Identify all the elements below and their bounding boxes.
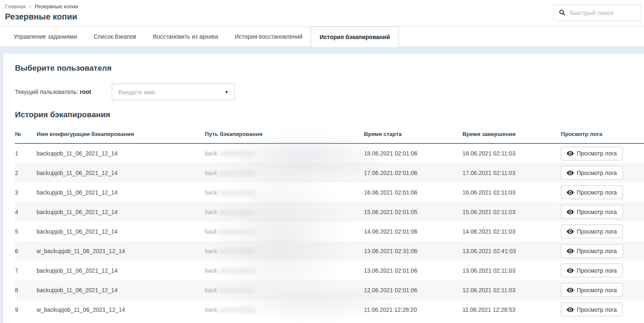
table-header: №Имя конфигурации бэкапированияПуть бэка… [15, 126, 644, 143]
current-user-value: root [80, 89, 91, 95]
view-log-button-label: Просмотр лога [577, 150, 617, 157]
column-header-1: № [15, 126, 37, 143]
row-number-cell: 7 [15, 261, 37, 280]
row-number-cell: 9 [15, 300, 37, 319]
backup-path-cell: back [205, 280, 364, 300]
log-button-cell: Просмотр лога [561, 163, 644, 182]
redaction-smudge [218, 191, 256, 195]
row-number-cell: 8 [15, 280, 37, 300]
breadcrumb-home[interactable]: Главная [5, 3, 25, 10]
redaction-smudge [218, 249, 256, 254]
end-time-cell: 17.06.2021 02:11:03 [462, 163, 561, 182]
tab-3[interactable]: Восстановить из архива [145, 27, 226, 47]
view-log-button[interactable]: Просмотр лога [561, 264, 623, 277]
view-log-button-label: Просмотр лога [577, 228, 617, 235]
table-row: 5backupjob_11_06_2021_12_14back14.06.202… [15, 222, 644, 241]
table-row: 7backupjob_11_06_2021_12_14back13.06.202… [15, 261, 644, 280]
tab-5-active[interactable]: История бэкапирований [311, 27, 398, 47]
log-button-cell: Просмотр лога [561, 182, 644, 202]
backup-path-cell: back [205, 222, 364, 241]
start-time-cell: 16.06.2021 02:01:06 [364, 182, 462, 202]
view-log-button[interactable]: Просмотр лога [561, 224, 623, 238]
view-log-button[interactable]: Просмотр лога [561, 303, 623, 316]
start-time-cell: 13.06.2021 02:01:06 [364, 261, 462, 280]
content-card: Выберите пользователя Текущий пользовате… [3, 54, 644, 323]
end-time-cell: 11.06.2021 12:28:53 [462, 300, 561, 319]
start-time-cell: 15.06.2021 02:01:05 [364, 202, 462, 222]
search-input[interactable] [570, 9, 636, 16]
backup-path-redacted-text: back [205, 267, 217, 274]
tab-4[interactable]: История восстановлений [226, 27, 311, 47]
table-header-row: №Имя конфигурации бэкапированияПуть бэка… [15, 126, 644, 143]
redaction-smudge [218, 269, 256, 273]
chevron-down-icon: ▼ [224, 90, 229, 94]
backup-path-redacted-text: back [205, 306, 217, 313]
end-time-cell: 14.06.2021 02:11:03 [462, 222, 561, 241]
config-name-cell: w_backupjob_11_06_2021_12_14 [37, 300, 205, 319]
history-heading: История бэкапирования [15, 110, 644, 119]
start-time-cell: 14.06.2021 02:01:06 [364, 222, 462, 241]
view-log-button[interactable]: Просмотр лога [561, 205, 623, 219]
tab-bar: Управление заданиямиСписок бэкаповВосста… [0, 26, 644, 47]
log-button-cell: Просмотр лога [561, 261, 644, 280]
view-log-button[interactable]: Просмотр лога [561, 244, 623, 258]
page-title: Резервные копии [5, 12, 644, 22]
eye-icon [567, 229, 574, 234]
table-row: 8backupjob_11_06_2021_12_14back12.06.202… [15, 280, 644, 300]
redaction-smudge [218, 230, 256, 234]
backup-path-redacted-text: back [205, 248, 217, 254]
eye-icon [567, 190, 574, 195]
row-number-cell: 4 [15, 202, 37, 222]
end-time-cell: 15.06.2021 02:11:03 [462, 202, 561, 222]
config-name-cell: backupjob_11_06_2021_12_14 [37, 280, 205, 300]
redaction-smudge [218, 210, 256, 215]
tab-1[interactable]: Управление заданиями [5, 27, 85, 47]
user-select-placeholder: Введите имя [118, 89, 155, 96]
breadcrumb-separator-icon: › [29, 3, 31, 10]
view-log-button[interactable]: Просмотр лога [561, 283, 623, 297]
row-number-cell: 6 [15, 241, 37, 261]
end-time-cell: 16.06.2021 02:11:03 [462, 182, 561, 202]
backup-path-cell: back [205, 163, 364, 182]
user-select-dropdown[interactable]: Введите имя ▼ [112, 84, 235, 100]
eye-icon [567, 249, 574, 254]
tab-2[interactable]: Список бэкапов [85, 27, 145, 47]
quick-search[interactable] [553, 4, 642, 21]
table-row: 4backupjob_11_06_2021_12_14back15.06.202… [15, 202, 644, 222]
view-log-button[interactable]: Просмотр лога [561, 185, 623, 199]
view-log-button-label: Просмотр лога [577, 170, 617, 176]
log-button-cell: Просмотр лога [561, 143, 644, 163]
end-time-cell: 13.06.2021 02:11:03 [462, 261, 561, 280]
log-button-cell: Просмотр лога [561, 300, 644, 319]
eye-icon [567, 170, 574, 175]
view-log-button[interactable]: Просмотр лога [561, 166, 623, 180]
backup-path-cell: back [205, 241, 364, 261]
view-log-button[interactable]: Просмотр лога [561, 147, 623, 160]
table-row: 9w_backupjob_11_06_2021_12_14back11.06.2… [15, 300, 644, 319]
eye-icon [567, 268, 574, 273]
backup-path-redacted-text: back [205, 209, 217, 215]
table-row: 6w_backupjob_11_06_2021_12_14back13.06.2… [15, 241, 644, 261]
eye-icon [567, 210, 574, 215]
eye-icon [567, 288, 574, 293]
eye-icon [567, 307, 574, 312]
row-number-cell: 2 [15, 163, 37, 182]
view-log-button-label: Просмотр лога [577, 267, 617, 274]
column-header-5: Время завершения [462, 126, 561, 143]
current-user-row: Текущий пользователь: root Введите имя ▼ [15, 84, 644, 100]
start-time-cell: 13.06.2021 02:31:06 [364, 241, 462, 261]
backup-path-redacted-text: back [205, 170, 217, 176]
backup-path-redacted-text: back [205, 287, 217, 293]
redaction-smudge [218, 171, 256, 175]
column-header-6: Просмотр лога [561, 126, 644, 143]
backup-history-table: №Имя конфигурации бэкапированияПуть бэка… [15, 126, 644, 319]
start-time-cell: 11.06.2021 12:28:20 [364, 300, 462, 319]
start-time-cell: 17.06.2021 02:01:06 [364, 163, 462, 182]
config-name-cell: backupjob_11_06_2021_12_14 [37, 202, 205, 222]
eye-icon [567, 151, 574, 156]
config-name-cell: backupjob_11_06_2021_12_14 [37, 222, 205, 241]
select-user-heading: Выберите пользователя [15, 54, 644, 73]
redaction-smudge [218, 288, 256, 293]
table-row: 1backupjob_11_06_2021_12_14back18.06.202… [15, 143, 644, 163]
table-body: 1backupjob_11_06_2021_12_14back18.06.202… [15, 143, 644, 319]
